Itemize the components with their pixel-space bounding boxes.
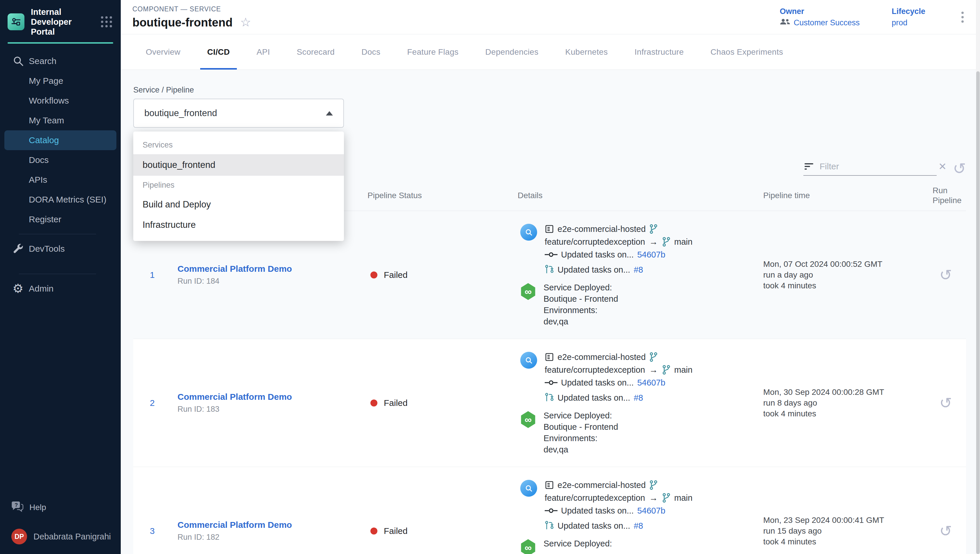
help-label: Help — [29, 503, 46, 512]
sidebar-footer: ? Help DP Debabrata Panigrahi — [0, 498, 121, 554]
branch-icon — [662, 237, 671, 247]
sidebar-item-label: My Page — [29, 76, 63, 86]
menu-option-infrastructure[interactable]: Infrastructure — [133, 215, 344, 235]
tab-chaos-experiments[interactable]: Chaos Experiments — [697, 34, 796, 70]
sidebar-header: Internal Developer Portal — [0, 0, 121, 42]
sidebar-brand-divider — [8, 42, 113, 44]
sidebar-nav: Search My Page Workflows My Team Catalog… — [0, 51, 121, 299]
people-icon — [780, 18, 790, 27]
deploy-details: Service Deployed: — [520, 538, 757, 554]
pipeline-time: Mon, 23 Sep 2024 00:00:41 GMT run 15 day… — [757, 515, 925, 547]
tab-overview[interactable]: Overview — [132, 34, 194, 70]
sidebar-item-docs[interactable]: Docs — [4, 150, 116, 170]
sidebar-item-my-page[interactable]: My Page — [4, 71, 116, 91]
status-badge: Failed — [361, 526, 512, 536]
deploy-line: dev,qa — [544, 444, 618, 455]
owner-block: Owner Customer Success — [780, 7, 860, 27]
source-branch: feature/corruptedexception — [545, 363, 645, 376]
sidebar-item-label: Admin — [29, 284, 54, 294]
avatar: DP — [11, 529, 27, 544]
filter-field: ✕ — [803, 161, 937, 176]
lifecycle-block: Lifecycle prod — [891, 7, 925, 27]
filter-icon — [804, 163, 813, 170]
pr-link[interactable]: #8 — [634, 263, 643, 276]
ci-stage-icon — [520, 480, 537, 497]
column-pipeline-time: Pipeline time — [757, 191, 925, 200]
sidebar-item-dora-metrics[interactable]: DORA Metrics (SEI) — [4, 190, 116, 210]
pr-message: Updated tasks on... — [557, 392, 630, 404]
deploy-line: Service Deployed: — [544, 282, 618, 293]
run-pipeline-icon[interactable]: ↺ — [939, 267, 952, 283]
commit-link[interactable]: 54607b — [637, 248, 665, 261]
commit-link[interactable]: 54607b — [637, 504, 665, 517]
pipeline-select-value: boutique_frontend — [144, 108, 217, 118]
tab-cicd[interactable]: CI/CD — [194, 34, 243, 70]
lifecycle-label: Lifecycle — [891, 7, 925, 16]
sidebar-item-apis[interactable]: APIs — [4, 170, 116, 190]
pr-message: Updated tasks on... — [557, 263, 630, 276]
table-row: 2 Commercial Platform Demo Run ID: 183 F… — [133, 339, 966, 467]
sidebar-item-label: Workflows — [29, 96, 69, 106]
tab-kubernetes[interactable]: Kubernetes — [552, 34, 621, 70]
owner-link[interactable]: Customer Success — [780, 18, 860, 27]
table-row: 3 Commercial Platform Demo Run ID: 182 F… — [133, 467, 966, 554]
tab-api[interactable]: API — [243, 34, 283, 70]
pr-link[interactable]: #8 — [634, 392, 643, 404]
sidebar-item-register[interactable]: Register — [4, 210, 116, 229]
run-pipeline-icon[interactable]: ↺ — [939, 395, 952, 411]
tab-infrastructure[interactable]: Infrastructure — [621, 34, 697, 70]
pipeline-select[interactable]: boutique_frontend — [133, 99, 344, 128]
sidebar-item-admin[interactable]: ⚙ Admin — [4, 279, 116, 299]
sidebar-item-search[interactable]: Search — [4, 51, 116, 71]
failed-dot-icon — [371, 527, 377, 535]
pipeline-name-link[interactable]: Commercial Platform Demo — [178, 264, 361, 274]
app-window: Internal Developer Portal Search My Page… — [0, 0, 980, 554]
run-id: Run ID: 183 — [178, 405, 361, 414]
run-pipeline-icon[interactable]: ↺ — [939, 524, 952, 538]
help-icon: ? — [11, 501, 24, 514]
help-button[interactable]: ? Help — [4, 498, 116, 517]
pipeline-time: Mon, 07 Oct 2024 00:00:52 GMT run a day … — [757, 259, 925, 291]
tab-dependencies[interactable]: Dependencies — [472, 34, 552, 70]
menu-option-boutique-frontend[interactable]: boutique_frontend — [133, 154, 344, 176]
favorite-star-icon[interactable]: ☆ — [240, 16, 251, 29]
tab-feature-flags[interactable]: Feature Flags — [394, 34, 472, 70]
pipeline-name-link[interactable]: Commercial Platform Demo — [178, 392, 361, 402]
source-branch: feature/corruptedexception — [545, 236, 645, 248]
sidebar-item-label: DORA Metrics (SEI) — [29, 195, 107, 205]
tab-docs[interactable]: Docs — [348, 34, 394, 70]
build-details: e2e-commercial-hosted feature/corruptede — [520, 223, 757, 276]
build-details: e2e-commercial-hosted feature/corruptede — [520, 479, 757, 532]
entity-tabs: Overview CI/CD API Scorecard Docs Featur… — [121, 34, 980, 70]
target-branch: main — [674, 492, 692, 504]
menu-option-build-and-deploy[interactable]: Build and Deploy — [133, 194, 344, 215]
branch-icon — [649, 480, 658, 490]
commit-link[interactable]: 54607b — [637, 376, 665, 389]
pr-link[interactable]: #8 — [634, 519, 643, 532]
branch-icon — [649, 352, 658, 362]
user-menu[interactable]: DP Debabrata Panigrahi — [4, 527, 116, 546]
clear-filter-icon[interactable]: ✕ — [939, 161, 947, 171]
failed-dot-icon — [371, 400, 377, 406]
more-options-icon[interactable] — [957, 9, 968, 25]
pipeline-time: Mon, 30 Sep 2024 00:00:28 GMT run 8 days… — [757, 387, 925, 419]
sidebar-item-catalog[interactable]: Catalog — [4, 131, 116, 150]
pipeline-name-link[interactable]: Commercial Platform Demo — [178, 520, 361, 530]
deploy-line: Environments: — [544, 433, 618, 444]
branch-icon — [649, 224, 658, 234]
status-badge: Failed — [361, 398, 512, 408]
sidebar-item-devtools[interactable]: DevTools — [4, 239, 116, 259]
tab-scorecard[interactable]: Scorecard — [283, 34, 348, 70]
details-cell: e2e-commercial-hosted feature/corruptede — [512, 339, 757, 455]
scrollbar-thumb[interactable] — [976, 71, 980, 554]
sidebar-item-my-team[interactable]: My Team — [4, 111, 116, 131]
entity-meta: Owner Customer Success — [780, 7, 968, 27]
refresh-icon[interactable]: ↺ — [953, 161, 966, 176]
apps-grid-icon[interactable] — [100, 15, 113, 29]
filter-input[interactable] — [819, 161, 932, 172]
repo-name: e2e-commercial-hosted — [557, 350, 646, 363]
entity-identity: COMPONENT — SERVICE boutique-frontend ☆ — [132, 5, 251, 29]
commit-icon — [545, 380, 557, 385]
sidebar-item-workflows[interactable]: Workflows — [4, 91, 116, 111]
pipeline-select-menu: Services boutique_frontend Pipelines Bui… — [133, 132, 344, 241]
